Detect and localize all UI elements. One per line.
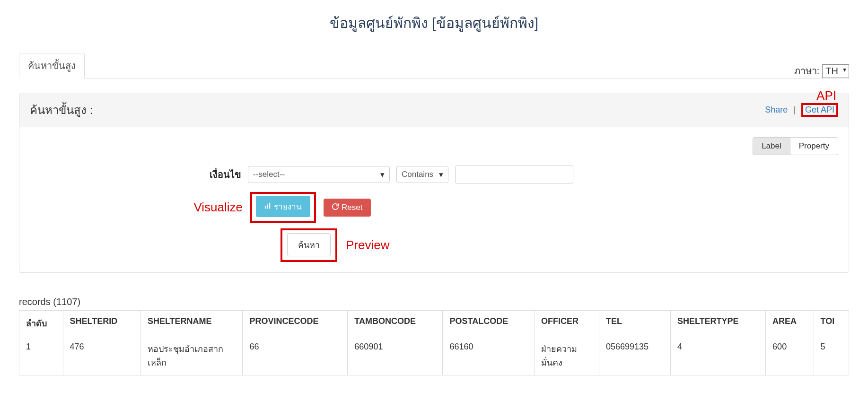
preview-annotation: Preview <box>346 238 389 253</box>
col-tamboncode[interactable]: TAMBONCODE <box>348 311 443 336</box>
refresh-icon <box>332 203 339 212</box>
toggle-property-button[interactable]: Property <box>790 137 838 155</box>
svg-rect-2 <box>269 202 271 208</box>
col-postalcode[interactable]: POSTALCODE <box>443 311 535 336</box>
report-button-label: รายงาน <box>274 200 302 213</box>
col-toi[interactable]: TOI <box>814 311 849 336</box>
table-row: 1 476 หอประชุมอำเภอสากเหล็ก 66 660901 66… <box>19 336 849 375</box>
col-sheltertype[interactable]: SHELTERTYPE <box>670 311 765 336</box>
bar-chart-icon <box>264 202 271 211</box>
svg-rect-1 <box>267 204 268 209</box>
cell-toi: 5 <box>814 336 849 375</box>
language-select[interactable]: TH <box>822 64 849 78</box>
records-count: records (1107) <box>19 297 849 307</box>
col-area[interactable]: AREA <box>766 311 814 336</box>
search-button[interactable]: ค้นหา <box>287 233 331 256</box>
operator-select[interactable]: Contains <box>396 166 448 183</box>
cell-provincecode: 66 <box>243 336 348 375</box>
link-divider: | <box>793 105 796 115</box>
search-panel: ค้นหาขั้นสูง : Share | API Get API Label… <box>19 93 849 273</box>
col-sheltername[interactable]: SHELTERNAME <box>140 311 243 336</box>
report-button[interactable]: รายงาน <box>256 196 310 217</box>
col-tel[interactable]: TEL <box>599 311 670 336</box>
cell-shelterid: 476 <box>63 336 140 375</box>
value-input[interactable] <box>455 166 573 183</box>
results-table: ลำดับ SHELTERID SHELTERNAME PROVINCECODE… <box>19 310 849 375</box>
language-label: ภาษา: <box>794 63 820 79</box>
tab-advanced-search[interactable]: ค้นหาขั้นสูง <box>19 53 85 79</box>
cell-index: 1 <box>19 336 63 375</box>
cell-postalcode: 66160 <box>443 336 535 375</box>
condition-label: เงื่อนไข <box>210 167 241 182</box>
cell-tel: 056699135 <box>599 336 670 375</box>
col-provincecode[interactable]: PROVINCECODE <box>243 311 348 336</box>
cell-area: 600 <box>766 336 814 375</box>
page-title: ข้อมูลศูนย์พักพิง [ข้อมูลศูนย์พักพิง] <box>0 12 868 34</box>
cell-sheltername: หอประชุมอำเภอสากเหล็ก <box>140 336 243 375</box>
reset-button-label: Reset <box>342 203 362 212</box>
toggle-label-button[interactable]: Label <box>753 137 790 155</box>
field-select[interactable]: --select-- <box>248 166 390 183</box>
panel-title: ค้นหาขั้นสูง : <box>30 101 93 119</box>
cell-officer: ฝ่ายความมั่นคง <box>535 336 599 375</box>
cell-tamboncode: 660901 <box>348 336 443 375</box>
col-index[interactable]: ลำดับ <box>19 311 63 336</box>
api-annotation: API <box>816 88 836 103</box>
reset-button[interactable]: Reset <box>324 199 371 217</box>
col-shelterid[interactable]: SHELTERID <box>63 311 140 336</box>
label-property-toggle: Label Property <box>753 137 838 155</box>
cell-sheltertype: 4 <box>670 336 765 375</box>
col-officer[interactable]: OFFICER <box>535 311 599 336</box>
share-link[interactable]: Share <box>765 105 788 115</box>
get-api-link[interactable]: Get API <box>805 105 834 114</box>
svg-rect-0 <box>265 206 266 208</box>
visualize-annotation: Visualize <box>165 200 243 215</box>
